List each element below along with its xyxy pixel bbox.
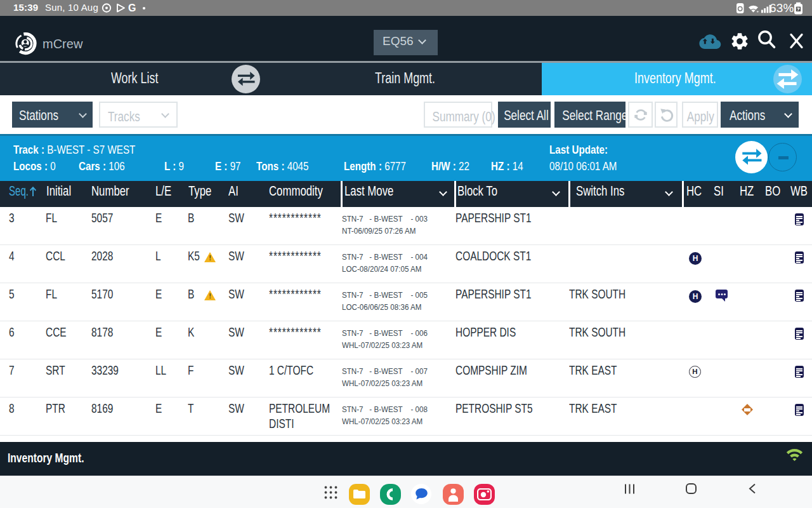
svg-text:G: G [128, 3, 136, 13]
